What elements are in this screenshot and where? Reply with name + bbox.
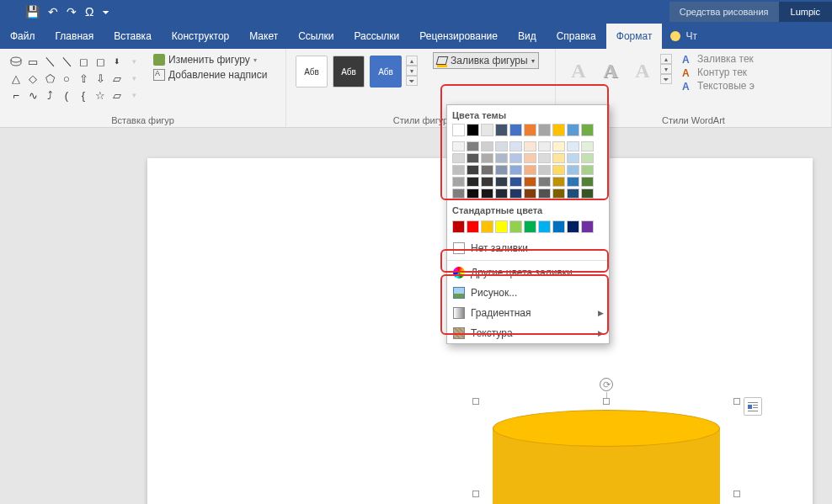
color-swatch[interactable] — [538, 165, 551, 175]
gradient-fill-item[interactable]: Градиентная ▶ — [447, 303, 609, 323]
color-swatch[interactable] — [481, 177, 493, 187]
color-swatch[interactable] — [581, 124, 594, 136]
text-fill-button[interactable]: AЗаливка тек — [680, 52, 756, 66]
color-swatch[interactable] — [581, 188, 594, 199]
resize-handle[interactable] — [733, 491, 740, 497]
color-swatch[interactable] — [567, 188, 579, 199]
color-swatch[interactable] — [495, 188, 508, 199]
color-swatch[interactable] — [509, 153, 522, 163]
color-swatch[interactable] — [495, 124, 508, 136]
color-swatch[interactable] — [481, 188, 493, 199]
color-swatch[interactable] — [538, 188, 551, 199]
wa-next[interactable]: ▾ — [660, 64, 672, 74]
color-swatch[interactable] — [552, 141, 565, 151]
layout-options-button[interactable] — [744, 397, 762, 416]
color-swatch[interactable] — [567, 141, 579, 151]
color-swatch[interactable] — [552, 188, 565, 199]
resize-handle[interactable] — [733, 398, 740, 405]
color-swatch[interactable] — [467, 177, 479, 187]
color-swatch[interactable] — [538, 141, 551, 151]
shapes-gallery[interactable]: ▭＼＼ ◻◻⬇▾ △◇⬠○ ⇧⇩▱▾ ⌐∿⤴( {☆▱▾ — [7, 52, 143, 104]
color-swatch[interactable] — [452, 165, 465, 175]
tab-layout[interactable]: Макет — [239, 24, 288, 49]
drawing-tools-tab[interactable]: Средства рисования — [669, 2, 779, 22]
color-swatch[interactable] — [467, 124, 479, 136]
color-swatch[interactable] — [495, 177, 508, 187]
color-swatch[interactable] — [538, 220, 551, 233]
shape-selection[interactable]: ⟳ — [476, 401, 737, 504]
resize-handle[interactable] — [472, 491, 479, 497]
tab-mailings[interactable]: Рассылки — [344, 24, 409, 49]
tell-me[interactable]: Чт — [662, 30, 706, 42]
color-swatch[interactable] — [581, 165, 594, 175]
color-swatch[interactable] — [567, 177, 579, 187]
color-swatch[interactable] — [495, 220, 508, 233]
text-outline-button[interactable]: AКонтур тек — [680, 66, 756, 79]
color-swatch[interactable] — [467, 165, 479, 175]
color-swatch[interactable] — [552, 124, 565, 136]
picture-fill-item[interactable]: Рисунок... — [447, 283, 609, 303]
color-swatch[interactable] — [524, 177, 536, 187]
texture-fill-item[interactable]: Текстура ▶ — [447, 323, 609, 343]
color-swatch[interactable] — [581, 141, 594, 151]
wordart-preset[interactable]: A — [564, 54, 593, 88]
wa-prev[interactable]: ▴ — [660, 54, 672, 64]
color-swatch[interactable] — [509, 220, 522, 233]
color-swatch[interactable] — [524, 153, 536, 163]
color-swatch[interactable] — [452, 188, 465, 199]
tab-help[interactable]: Справка — [547, 24, 606, 49]
tab-insert[interactable]: Вставка — [104, 24, 162, 49]
qat-more-icon[interactable]: ⏷ — [102, 8, 110, 17]
color-swatch[interactable] — [581, 177, 594, 187]
color-swatch[interactable] — [495, 141, 508, 151]
color-swatch[interactable] — [524, 141, 536, 151]
tab-file[interactable]: Файл — [0, 24, 45, 49]
color-swatch[interactable] — [452, 177, 465, 187]
wa-more[interactable]: ⏷ — [660, 74, 672, 84]
color-swatch[interactable] — [467, 141, 479, 151]
more-colors-item[interactable]: Другие цвета заливки... — [447, 263, 609, 283]
color-swatch[interactable] — [467, 153, 479, 163]
shape-fill-button[interactable]: Заливка фигуры ▾ — [433, 52, 539, 69]
color-swatch[interactable] — [552, 153, 565, 163]
tab-references[interactable]: Ссылки — [288, 24, 344, 49]
color-swatch[interactable] — [509, 188, 522, 199]
color-swatch[interactable] — [452, 141, 465, 151]
resize-handle[interactable] — [472, 398, 479, 405]
tab-view[interactable]: Вид — [508, 24, 547, 49]
color-swatch[interactable] — [524, 188, 536, 199]
color-swatch[interactable] — [538, 153, 551, 163]
resize-handle[interactable] — [603, 398, 610, 405]
color-swatch[interactable] — [581, 220, 594, 233]
add-text-button[interactable]: Добавление надписи — [150, 67, 271, 82]
color-swatch[interactable] — [495, 153, 508, 163]
color-swatch[interactable] — [509, 177, 522, 187]
color-swatch[interactable] — [467, 188, 479, 199]
color-swatch[interactable] — [509, 165, 522, 175]
color-swatch[interactable] — [552, 177, 565, 187]
color-swatch[interactable] — [452, 220, 465, 233]
color-swatch[interactable] — [567, 165, 579, 175]
color-swatch[interactable] — [452, 153, 465, 163]
undo-icon[interactable]: ↶ — [48, 5, 58, 19]
tab-format[interactable]: Формат — [606, 24, 663, 49]
color-swatch[interactable] — [552, 165, 565, 175]
color-swatch[interactable] — [481, 220, 493, 233]
tab-review[interactable]: Рецензирование — [409, 24, 508, 49]
redo-icon[interactable]: ↷ — [67, 5, 77, 19]
color-swatch[interactable] — [452, 124, 465, 136]
color-swatch[interactable] — [481, 124, 493, 136]
color-swatch[interactable] — [567, 220, 579, 233]
color-swatch[interactable] — [509, 124, 522, 136]
symbol-icon[interactable]: Ω — [85, 5, 93, 19]
color-swatch[interactable] — [524, 124, 536, 136]
style-next[interactable]: ▾ — [406, 66, 418, 76]
style-prev[interactable]: ▴ — [406, 56, 418, 66]
style-preset[interactable]: Абв — [296, 56, 328, 88]
style-preset[interactable]: Абв — [370, 56, 402, 88]
wordart-preset[interactable]: A — [596, 54, 625, 88]
color-swatch[interactable] — [481, 165, 493, 175]
save-icon[interactable]: 💾 — [25, 5, 40, 19]
color-swatch[interactable] — [481, 141, 493, 151]
style-preset[interactable]: Абв — [333, 56, 365, 88]
